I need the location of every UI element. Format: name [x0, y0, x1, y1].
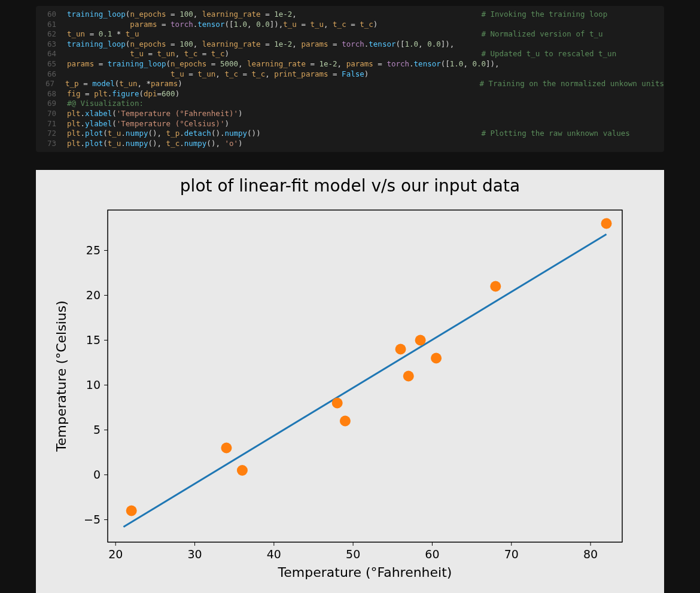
line-number: 71 [36, 119, 67, 129]
code-source[interactable]: training_loop(n_epochs = 100, learning_r… [67, 39, 454, 50]
line-number: 67 [36, 79, 65, 89]
line-number: 61 [36, 20, 67, 30]
code-comment: # Normalized version of t_u [481, 29, 664, 39]
data-point [601, 218, 612, 229]
data-point [395, 344, 406, 355]
data-point [332, 398, 343, 409]
code-comment: # Plotting the raw unknown values [481, 129, 664, 139]
code-source[interactable]: params = torch.tensor([1.0, 0.0]),t_u = … [67, 20, 378, 30]
x-tick-label: 20 [108, 548, 123, 561]
data-point [237, 465, 248, 476]
chart-container: plot of linear-fit model v/s our input d… [42, 176, 658, 590]
y-tick-label: 25 [86, 244, 101, 257]
line-number: 73 [36, 139, 67, 149]
code-source[interactable]: t_un = 0.1 * t_u [67, 29, 139, 39]
code-source[interactable]: params = training_loop(n_epochs = 5000, … [67, 59, 500, 69]
code-source[interactable]: #@ Visualization: [67, 99, 144, 109]
code-source[interactable]: plt.plot(t_u.numpy(), t_p.detach().numpy… [67, 129, 261, 139]
line-number: 68 [36, 89, 67, 99]
code-comment: # Updated t_u to rescaled t_un [481, 49, 664, 59]
y-axis-label: Temperature (°Celsius) [54, 301, 69, 453]
x-tick-label: 60 [425, 548, 439, 561]
code-comment: # Training on the normalized unkown unit… [479, 79, 664, 89]
x-tick-label: 80 [583, 548, 598, 561]
data-point [221, 443, 232, 454]
line-number: 64 [36, 49, 67, 59]
fit-line [123, 235, 606, 527]
y-tick-label: 15 [86, 333, 101, 346]
data-point [340, 416, 351, 427]
code-source[interactable]: t_u = t_un, t_c = t_c) [67, 49, 229, 59]
x-tick-label: 40 [267, 548, 281, 561]
data-point [490, 281, 501, 292]
code-comment: # Invoking the training loop [481, 10, 664, 20]
code-source[interactable]: fig = plt.figure(dpi=600) [67, 89, 179, 99]
notebook-output: plot of linear-fit model v/s our input d… [36, 170, 664, 593]
y-tick-label: 5 [93, 423, 101, 436]
line-number: 62 [36, 29, 67, 39]
y-tick-label: −5 [84, 513, 101, 526]
line-number: 66 [36, 69, 67, 80]
x-tick-label: 50 [346, 548, 360, 561]
chart-svg: 20304050607080−50510152025Temperature (°… [42, 198, 646, 590]
code-source[interactable]: plt.plot(t_u.numpy(), t_c.numpy(), 'o') [67, 139, 243, 149]
y-tick-label: 0 [93, 468, 101, 481]
code-source[interactable]: plt.xlabel('Temperature (°Fahrenheit)') [67, 109, 243, 119]
code-source[interactable]: plt.ylabel('Temperature (°Celsius)') [67, 119, 229, 129]
y-tick-label: 10 [86, 378, 101, 391]
line-number: 69 [36, 99, 67, 109]
data-point [431, 353, 442, 364]
code-source[interactable]: t_p = model(t_un, *params) [65, 79, 182, 89]
chart-title: plot of linear-fit model v/s our input d… [42, 176, 658, 196]
code-source[interactable]: t_u = t_un, t_c = t_c, print_params = Fa… [67, 69, 369, 80]
data-point [403, 371, 414, 382]
data-point [126, 506, 137, 516]
code-source[interactable]: training_loop(n_epochs = 100, learning_r… [67, 10, 297, 20]
code-editor: 60training_loop(n_epochs = 100, learning… [36, 6, 664, 152]
x-axis-label: Temperature (°Fahrenheit) [278, 565, 452, 580]
line-number: 65 [36, 59, 67, 69]
svg-rect-14 [108, 210, 622, 542]
data-point [415, 335, 426, 346]
line-number: 60 [36, 10, 67, 20]
line-number: 72 [36, 129, 67, 139]
x-tick-label: 30 [187, 548, 202, 561]
line-number: 70 [36, 109, 67, 119]
x-tick-label: 70 [504, 548, 519, 561]
line-number: 63 [36, 39, 67, 50]
plot-area [108, 210, 622, 542]
y-tick-label: 20 [86, 288, 101, 302]
